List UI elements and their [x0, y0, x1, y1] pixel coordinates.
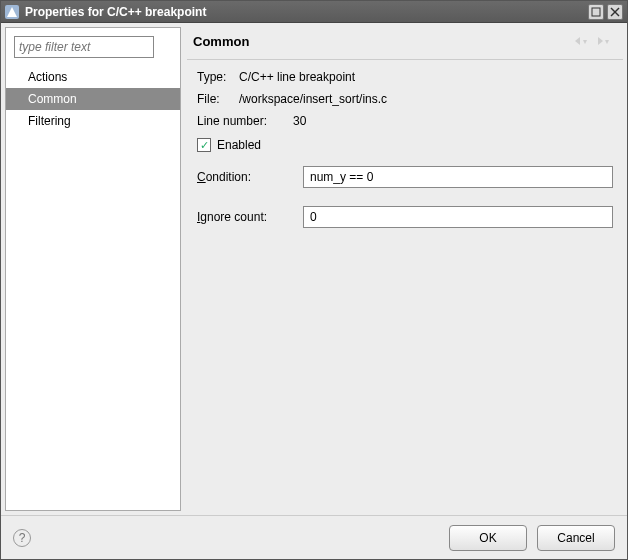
- dialog-window: Properties for C/C++ breakpoint Actions …: [0, 0, 628, 560]
- condition-label: Condition:: [197, 170, 297, 184]
- help-icon[interactable]: ?: [13, 529, 31, 547]
- svg-marker-0: [7, 7, 17, 17]
- filter-input[interactable]: [14, 36, 154, 58]
- forward-icon[interactable]: ▾: [595, 33, 615, 49]
- enabled-row: ✓ Enabled: [197, 138, 613, 152]
- ignore-label: Ignore count:: [197, 210, 297, 224]
- content-panel: Common ▾ ▾ Type: C/C++ line breakpoint F…: [187, 27, 623, 511]
- content-header: Common ▾ ▾: [187, 27, 623, 60]
- type-row: Type: C/C++ line breakpoint: [197, 70, 613, 84]
- nav-list: Actions Common Filtering: [6, 66, 180, 132]
- svg-text:▾: ▾: [605, 37, 609, 46]
- enabled-checkbox[interactable]: ✓: [197, 138, 211, 152]
- minimize-icon[interactable]: [588, 4, 604, 20]
- app-icon: [5, 5, 19, 19]
- sidebar-item-common[interactable]: Common: [6, 88, 180, 110]
- svg-text:▾: ▾: [583, 37, 587, 46]
- body-area: Actions Common Filtering Common ▾ ▾ Type…: [1, 23, 627, 515]
- condition-row: Condition:: [197, 166, 613, 188]
- line-value: 30: [293, 114, 306, 128]
- content-body: Type: C/C++ line breakpoint File: /works…: [187, 60, 623, 248]
- type-value: C/C++ line breakpoint: [239, 70, 355, 84]
- condition-input[interactable]: [303, 166, 613, 188]
- line-row: Line number: 30: [197, 114, 613, 128]
- ignore-input[interactable]: [303, 206, 613, 228]
- line-label: Line number:: [197, 114, 287, 128]
- ok-button[interactable]: OK: [449, 525, 527, 551]
- type-label: Type:: [197, 70, 233, 84]
- titlebar: Properties for C/C++ breakpoint: [1, 1, 627, 23]
- file-label: File:: [197, 92, 233, 106]
- sidebar: Actions Common Filtering: [5, 27, 181, 511]
- svg-rect-1: [592, 8, 600, 16]
- file-value: /workspace/insert_sort/ins.c: [239, 92, 387, 106]
- ignore-row: Ignore count:: [197, 206, 613, 228]
- back-icon[interactable]: ▾: [573, 33, 593, 49]
- sidebar-item-filtering[interactable]: Filtering: [6, 110, 180, 132]
- button-bar: ? OK Cancel: [1, 515, 627, 559]
- sidebar-item-actions[interactable]: Actions: [6, 66, 180, 88]
- enabled-label: Enabled: [217, 138, 261, 152]
- page-title: Common: [193, 34, 571, 49]
- window-title: Properties for C/C++ breakpoint: [25, 5, 585, 19]
- cancel-button[interactable]: Cancel: [537, 525, 615, 551]
- svg-marker-7: [598, 37, 603, 45]
- file-row: File: /workspace/insert_sort/ins.c: [197, 92, 613, 106]
- svg-marker-4: [575, 37, 580, 45]
- close-icon[interactable]: [607, 4, 623, 20]
